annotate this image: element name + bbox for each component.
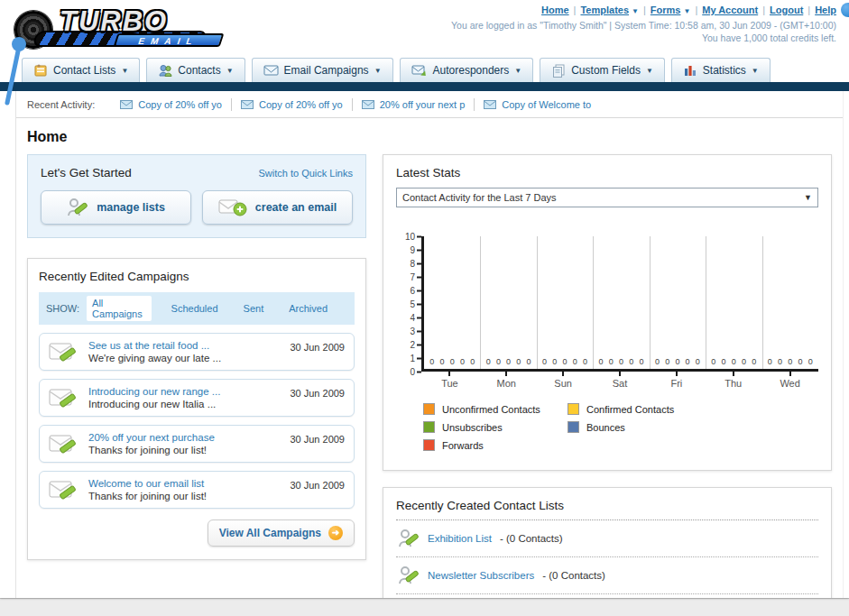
legend-swatch-unsubscribes bbox=[423, 421, 435, 433]
recent-activity-link[interactable]: Copy of Welcome to bbox=[475, 98, 600, 111]
get-started-panel: Let's Get Started Switch to Quick Links … bbox=[27, 154, 366, 238]
legend-item: Bounces bbox=[568, 421, 712, 433]
value-label: 0 bbox=[563, 357, 568, 366]
value-label: 0 bbox=[542, 357, 547, 366]
tab-autoresponders[interactable]: Autoresponders▼ bbox=[400, 58, 534, 82]
contact-list-row[interactable]: Exhibition List - (0 Contacts) bbox=[396, 520, 818, 557]
gridline bbox=[762, 236, 763, 369]
contact-lists-title: Recently Created Contact Lists bbox=[396, 499, 818, 520]
x-axis-label: Mon bbox=[478, 372, 535, 389]
chart-legend: Unconfirmed Contacts Confirmed Contacts … bbox=[423, 403, 818, 457]
legend-swatch-bounces bbox=[568, 421, 579, 433]
nav-link-logout[interactable]: Logout bbox=[770, 5, 803, 15]
create-an-email-button[interactable]: create an email bbox=[202, 190, 353, 225]
y-axis-tick: 8 bbox=[410, 259, 421, 269]
switch-to-quick-links[interactable]: Switch to Quick Links bbox=[258, 168, 353, 179]
nav-separator: | bbox=[762, 5, 765, 15]
value-label: 0 bbox=[486, 357, 491, 366]
campaign-row[interactable]: See us at the retail food ... We're givi… bbox=[39, 333, 355, 371]
contact-list-link[interactable]: Newsletter Subscribers bbox=[428, 570, 534, 581]
value-label: 0 bbox=[583, 357, 587, 366]
recent-activity-link[interactable]: Copy of 20% off yo bbox=[111, 98, 232, 111]
campaign-row[interactable]: 20% off your next purchase Thanks for jo… bbox=[39, 425, 355, 463]
envelope-arrow-icon bbox=[411, 64, 428, 78]
latest-stats-title: Latest Stats bbox=[396, 166, 818, 179]
navy-divider-bar bbox=[0, 82, 849, 91]
value-label-group: 00000 bbox=[537, 357, 593, 366]
legend-label: Unsubscribes bbox=[442, 422, 503, 433]
nav-link-templates[interactable]: Templates bbox=[580, 5, 629, 15]
value-label-group: 00000 bbox=[480, 357, 536, 366]
value-label: 0 bbox=[552, 357, 557, 366]
value-label: 0 bbox=[768, 357, 772, 366]
tab-label: Email Campaigns bbox=[284, 64, 369, 77]
value-label: 0 bbox=[742, 357, 746, 366]
chevron-down-icon: ▼ bbox=[121, 67, 128, 75]
tab-contacts[interactable]: Contacts▼ bbox=[146, 58, 245, 82]
gridline bbox=[593, 236, 594, 369]
nav-link-forms[interactable]: Forms bbox=[651, 5, 681, 15]
view-all-campaigns-button[interactable]: View All Campaigns ➜ bbox=[208, 519, 355, 547]
value-label: 0 bbox=[470, 357, 475, 366]
legend-swatch-forwards bbox=[423, 439, 435, 451]
recent-activity-bar: Recent Activity: Copy of 20% off yo Copy… bbox=[16, 91, 843, 118]
campaign-date: 30 Jun 2009 bbox=[290, 431, 345, 445]
chart-y-axis: 109876543210 bbox=[396, 236, 421, 372]
application-window: TURBO EMAIL Home|Templates▼|Forms▼|My Ac… bbox=[0, 0, 849, 598]
page-body: Recent Activity: Copy of 20% off yo Copy… bbox=[15, 91, 844, 598]
legend-item: Unsubscribes bbox=[423, 421, 568, 433]
campaign-title-link[interactable]: See us at the retail food ... bbox=[88, 340, 282, 351]
filter-all-campaigns[interactable]: All Campaigns bbox=[87, 296, 151, 321]
campaign-row[interactable]: Welcome to our email list Thanks for joi… bbox=[39, 471, 355, 509]
nav-separator: | bbox=[807, 5, 810, 15]
chevron-down-icon: ▼ bbox=[514, 67, 521, 75]
contact-list-row[interactable]: Newsletter Subscribers - (0 Contacts) bbox=[396, 557, 818, 594]
campaign-filter-bar: SHOW: All Campaigns Scheduled Sent Archi… bbox=[39, 292, 355, 325]
chart-x-axis: TueMonSunSatFriThuWed bbox=[421, 372, 818, 389]
filter-sent[interactable]: Sent bbox=[238, 301, 270, 316]
button-label: manage lists bbox=[97, 201, 165, 214]
x-axis-label: Sun bbox=[535, 372, 592, 389]
value-label: 0 bbox=[573, 357, 577, 366]
value-label: 0 bbox=[798, 357, 802, 366]
turbo-email-logo[interactable]: TURBO EMAIL bbox=[7, 4, 233, 54]
manage-lists-button[interactable]: manage lists bbox=[41, 190, 191, 225]
campaign-title-link[interactable]: Introducing our new range ... bbox=[88, 386, 282, 397]
legend-label: Forwards bbox=[442, 440, 484, 451]
chevron-down-icon: ▼ bbox=[632, 7, 639, 15]
recent-activity-link[interactable]: 20% off your next p bbox=[353, 98, 475, 111]
stats-period-select[interactable]: Contact Activity for the Last 7 Days ▼ bbox=[396, 188, 818, 207]
campaign-title-link[interactable]: Welcome to our email list bbox=[88, 478, 282, 489]
value-label: 0 bbox=[639, 357, 643, 366]
legend-item: Unconfirmed Contacts bbox=[423, 403, 568, 415]
contact-activity-chart: 109876543210 000000000000000000000000000… bbox=[396, 236, 818, 372]
tab-contact-lists[interactable]: Contact Lists▼ bbox=[22, 58, 140, 82]
value-label: 0 bbox=[506, 357, 511, 366]
recent-activity-link[interactable]: Copy of 20% off yo bbox=[232, 98, 353, 111]
contact-list-link[interactable]: Exhibition List bbox=[428, 533, 492, 544]
tab-email-campaigns[interactable]: Email Campaigns▼ bbox=[252, 58, 393, 82]
gridline bbox=[537, 236, 538, 369]
campaign-title-link[interactable]: 20% off your next purchase bbox=[88, 432, 282, 443]
filter-archived[interactable]: Archived bbox=[283, 301, 333, 316]
nav-link-my-account[interactable]: My Account bbox=[702, 5, 758, 15]
value-label: 0 bbox=[619, 357, 623, 366]
chevron-down-icon: ▼ bbox=[804, 193, 812, 202]
person-pencil-icon bbox=[398, 565, 420, 586]
nav-link-home[interactable]: Home bbox=[541, 5, 569, 15]
tab-custom-fields[interactable]: Custom Fields▼ bbox=[540, 58, 665, 82]
chevron-down-icon: ▼ bbox=[226, 67, 234, 75]
legend-item: Confirmed Contacts bbox=[568, 403, 712, 415]
y-axis-tick: 10 bbox=[405, 232, 421, 242]
tab-statistics[interactable]: Statistics▼ bbox=[671, 58, 771, 82]
legend-swatch-unconfirmed bbox=[423, 403, 435, 415]
filter-scheduled[interactable]: Scheduled bbox=[166, 301, 224, 316]
envelope-pencil-icon bbox=[49, 339, 79, 364]
value-label: 0 bbox=[609, 357, 614, 366]
nav-link-help[interactable]: Help bbox=[815, 5, 836, 15]
tab-label: Autoresponders bbox=[433, 64, 510, 77]
nav-separator: | bbox=[695, 5, 697, 15]
activity-link-label: Copy of 20% off yo bbox=[259, 98, 343, 111]
campaign-row[interactable]: Introducing our new range ... Introducin… bbox=[39, 379, 355, 417]
nav-separator: | bbox=[643, 5, 646, 15]
